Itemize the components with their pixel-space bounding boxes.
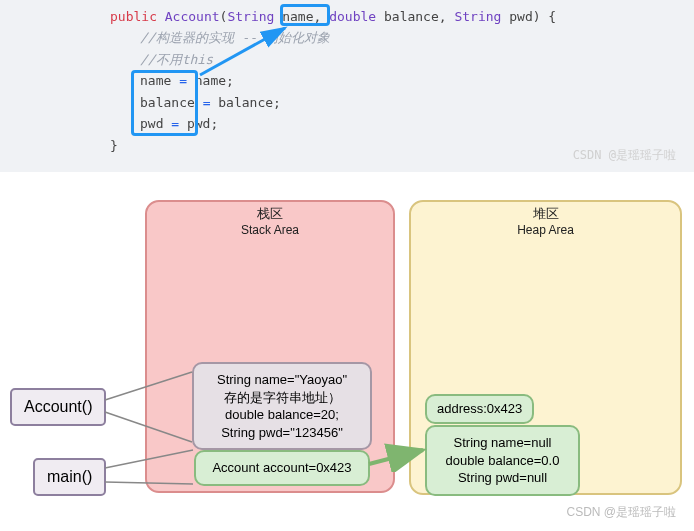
heap-title: 堆区 Heap Area: [411, 202, 680, 240]
comment-2: //不用this: [110, 49, 694, 70]
watermark-1: CSDN @是瑶瑶子啦: [573, 146, 676, 166]
heap-object: String name=null double balance=0.0 Stri…: [425, 425, 580, 496]
param-pwd: pwd: [509, 9, 532, 24]
stack-frame-account: String name="Yaoyao" 存的是字符串地址） double ba…: [192, 362, 372, 450]
keyword-public: public: [110, 9, 157, 24]
stack-title: 栈区 Stack Area: [147, 202, 393, 240]
watermark-2: CSDN @是瑶瑶子啦: [566, 504, 676, 521]
stack-frame-main: Account account=0x423: [194, 450, 370, 486]
comment-1: //构造器的实现 -- 初始化对象: [110, 27, 694, 48]
param-balance: balance: [384, 9, 439, 24]
highlight-box-vars: [131, 70, 198, 136]
type-string2: String: [454, 9, 501, 24]
memory-diagram: 栈区 Stack Area 堆区 Heap Area String name="…: [0, 172, 694, 527]
class-name: Account: [165, 9, 220, 24]
type-double: double: [329, 9, 376, 24]
pointer-arrow: [365, 442, 435, 472]
code-line-1: public Account(String name, double balan…: [110, 6, 694, 27]
main-call-box: main(): [33, 458, 106, 496]
heap-address-label: address:0x423: [425, 394, 534, 424]
highlight-box-param: [280, 4, 330, 26]
svg-line-5: [369, 450, 423, 464]
type-string: String: [227, 9, 274, 24]
account-call-box: Account(): [10, 388, 106, 426]
code-block: public Account(String name, double balan…: [0, 0, 694, 172]
